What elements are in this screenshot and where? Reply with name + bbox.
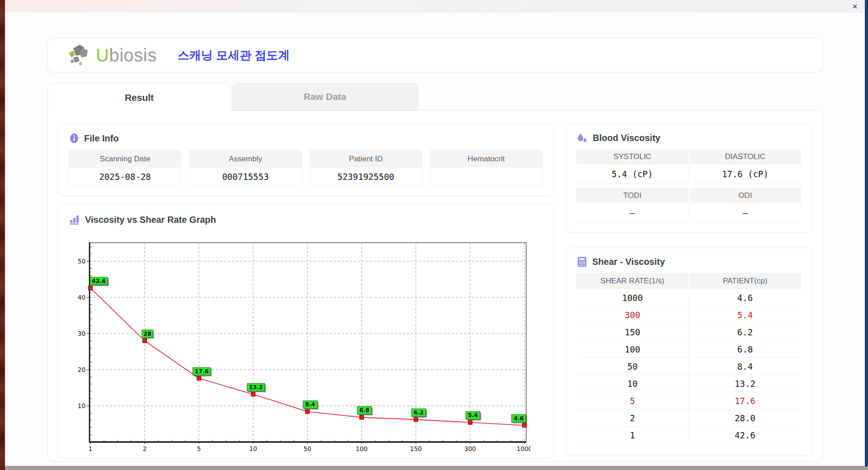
diastolic-value: 17.6 (cP) — [689, 164, 801, 183]
svg-text:150: 150 — [410, 445, 422, 452]
odi-label: ODI — [689, 188, 802, 203]
patient-cell: 8.4 — [689, 358, 801, 375]
systolic-value: 5.4 (cP) — [576, 164, 689, 183]
svg-text:10: 10 — [78, 402, 85, 409]
close-icon[interactable]: × — [849, 1, 861, 11]
blood-viscosity-title: Blood Viscosity — [593, 133, 660, 143]
ubiosis-logo-text: Ubiosis — [96, 45, 157, 66]
diastolic-label: DIASTOLIC — [689, 149, 802, 164]
shear-row: 1000 4.6 — [576, 289, 801, 306]
shear-rate-cell: 100 — [576, 341, 689, 357]
patient-cell: 28.0 — [689, 409, 801, 426]
viscosity-chart-svg: 10203040501251050100150300100042.62817.6… — [74, 241, 531, 457]
bar-chart-icon — [69, 214, 80, 226]
shear-row: 10 13.2 — [576, 375, 801, 392]
patient-cell: 6.8 — [689, 341, 801, 357]
app-title-korean: 스캐닝 모세관 점도계 — [178, 47, 290, 63]
svg-text:20: 20 — [78, 366, 85, 373]
ubiosis-logo: Ubiosis — [67, 43, 157, 67]
graph-title: Viscosity vs Shear Rate Graph — [85, 215, 216, 225]
svg-text:13.2: 13.2 — [249, 384, 263, 390]
file-info-panel: File Info Scanning Date 2025-08-28 Assem… — [57, 124, 554, 196]
file-info-title: File Info — [84, 133, 119, 144]
shear-row: 100 6.8 — [576, 341, 801, 358]
logo-letters-biosis: biosis — [109, 45, 156, 65]
odi-value: – — [689, 203, 801, 222]
svg-text:8.4: 8.4 — [305, 401, 315, 408]
tab-result[interactable]: Result — [47, 83, 231, 112]
window-titlebar — [0, 0, 868, 12]
shear-row: 150 6.2 — [576, 324, 801, 341]
window-bottom-border — [0, 466, 868, 470]
patient-cell: 6.2 — [689, 324, 801, 340]
shear-row: 5 17.6 — [576, 392, 801, 409]
window-left-border — [0, 0, 5, 470]
shear-row: 300 5.4 — [576, 306, 801, 324]
info-icon — [69, 133, 80, 144]
field-value: 000715553 — [189, 168, 301, 186]
patient-cell: 4.6 — [689, 289, 801, 306]
droplets-icon — [576, 132, 588, 144]
svg-text:50: 50 — [303, 445, 311, 452]
svg-text:40: 40 — [78, 294, 85, 301]
shear-rate-column-header: SHEAR RATE(1/s) — [576, 273, 689, 289]
logo-letter-u: U — [96, 45, 109, 65]
shear-viscosity-panel: Shear - Viscosity SHEAR RATE(1/s) PATIEN… — [566, 248, 811, 456]
field-label: Scanning Date — [69, 150, 181, 168]
shear-rate-cell: 300 — [576, 306, 689, 323]
svg-text:30: 30 — [78, 330, 85, 337]
viscosity-graph-panel: Viscosity vs Shear Rate Graph 1020304050… — [57, 204, 554, 458]
field-value: 2025-08-28 — [69, 168, 181, 186]
field-value — [430, 168, 542, 186]
shear-rate-cell: 1 — [576, 427, 689, 443]
svg-text:1: 1 — [89, 445, 93, 452]
svg-text:42.6: 42.6 — [92, 277, 106, 284]
ubiosis-logo-icon — [67, 43, 93, 67]
shear-row: 1 42.6 — [576, 427, 801, 444]
patient-cell: 42.6 — [689, 427, 801, 443]
shear-viscosity-title: Shear - Viscosity — [592, 257, 665, 267]
patient-cell: 13.2 — [689, 375, 801, 392]
svg-text:1000: 1000 — [517, 445, 531, 452]
calculator-icon — [576, 256, 588, 268]
systolic-label: SYSTOLIC — [576, 149, 689, 164]
shear-rate-cell: 50 — [576, 358, 689, 375]
viscosity-chart: 10203040501251050100150300100042.62817.6… — [74, 241, 531, 459]
field-label: Assembly — [189, 150, 301, 168]
shear-rate-cell: 1000 — [576, 289, 689, 306]
svg-text:17.6: 17.6 — [195, 368, 209, 375]
todi-label: TODI — [576, 188, 689, 203]
shear-rate-cell: 5 — [576, 392, 689, 409]
file-info-field: Patient ID 52391925500 — [310, 150, 422, 186]
svg-text:28: 28 — [143, 330, 151, 337]
shear-row: 2 28.0 — [576, 409, 801, 427]
window-content: Ubiosis 스캐닝 모세관 점도계 Result Raw Data File… — [5, 12, 865, 466]
window-right-border — [865, 0, 868, 466]
shear-rate-cell: 150 — [576, 324, 689, 340]
blood-viscosity-panel: Blood Viscosity SYSTOLIC DIASTOLIC 5.4 (… — [566, 123, 811, 233]
shear-viscosity-table: SHEAR RATE(1/s) PATIENT(cp) 1000 4.6 300… — [576, 273, 801, 444]
field-value: 52391925500 — [310, 168, 422, 186]
svg-text:300: 300 — [464, 445, 476, 452]
header-card: Ubiosis 스캐닝 모세관 점도계 — [47, 38, 823, 72]
tab-raw-data[interactable]: Raw Data — [232, 83, 418, 110]
file-info-field: Hematocrit — [430, 150, 542, 186]
svg-text:5.4: 5.4 — [468, 412, 478, 418]
shear-row: 50 8.4 — [576, 358, 801, 375]
svg-text:6.2: 6.2 — [414, 409, 424, 416]
patient-column-header: PATIENT(cp) — [689, 273, 802, 289]
svg-text:50: 50 — [78, 258, 85, 265]
file-info-field: Scanning Date 2025-08-28 — [69, 150, 181, 186]
file-info-field: Assembly 000715553 — [189, 150, 302, 186]
shear-rate-cell: 10 — [576, 375, 689, 392]
result-tab-content: File Info Scanning Date 2025-08-28 Assem… — [47, 110, 823, 461]
shear-rate-cell: 2 — [576, 409, 689, 426]
todi-value: – — [576, 203, 689, 222]
patient-cell: 5.4 — [689, 306, 801, 323]
svg-text:100: 100 — [356, 445, 368, 452]
svg-text:2: 2 — [143, 445, 147, 452]
field-label: Patient ID — [310, 150, 422, 168]
patient-cell: 17.6 — [689, 392, 801, 409]
svg-text:10: 10 — [249, 445, 257, 452]
svg-text:4.6: 4.6 — [514, 415, 524, 422]
